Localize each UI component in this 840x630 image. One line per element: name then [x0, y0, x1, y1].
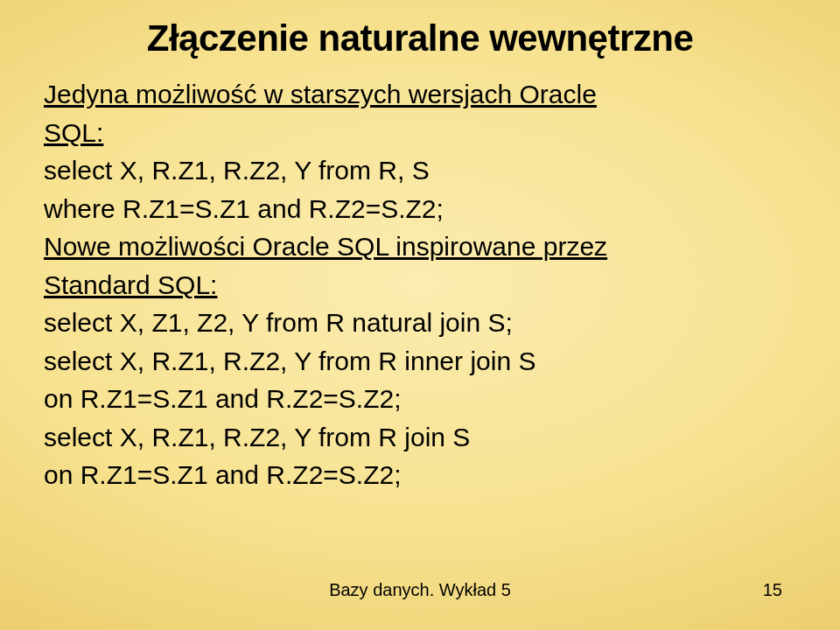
sql-line-4a: select X, R.Z1, R.Z2, Y from R join S [44, 418, 796, 457]
sql-line-1a: select X, R.Z1, R.Z2, Y from R, S [44, 151, 796, 190]
sql-line-4b: on R.Z1=S.Z1 and R.Z2=S.Z2; [44, 456, 796, 494]
footer-text: Bazy danych. Wykład 5 [329, 580, 511, 600]
sql-line-3b: on R.Z1=S.Z1 and R.Z2=S.Z2; [44, 380, 796, 418]
sql-line-3a: select X, R.Z1, R.Z2, Y from R inner joi… [44, 342, 796, 381]
sql-line-2: select X, Z1, Z2, Y from R natural join … [44, 304, 796, 342]
footer: Bazy danych. Wykład 5 15 [0, 580, 840, 600]
page-number: 15 [763, 580, 782, 600]
lead-line-2a: Nowe możliwości Oracle SQL inspirowane p… [44, 228, 796, 266]
slide-content: Jedyna możliwość w starszych wersjach Or… [44, 75, 796, 494]
slide-title: Złączenie naturalne wewnętrzne [44, 18, 796, 60]
slide: Złączenie naturalne wewnętrzne Jedyna mo… [0, 0, 840, 630]
lead-line-1a: Jedyna możliwość w starszych wersjach Or… [44, 75, 796, 114]
lead-line-1b: SQL: [44, 114, 796, 152]
sql-line-1b: where R.Z1=S.Z1 and R.Z2=S.Z2; [44, 190, 796, 228]
lead-line-2b: Standard SQL: [44, 266, 796, 304]
